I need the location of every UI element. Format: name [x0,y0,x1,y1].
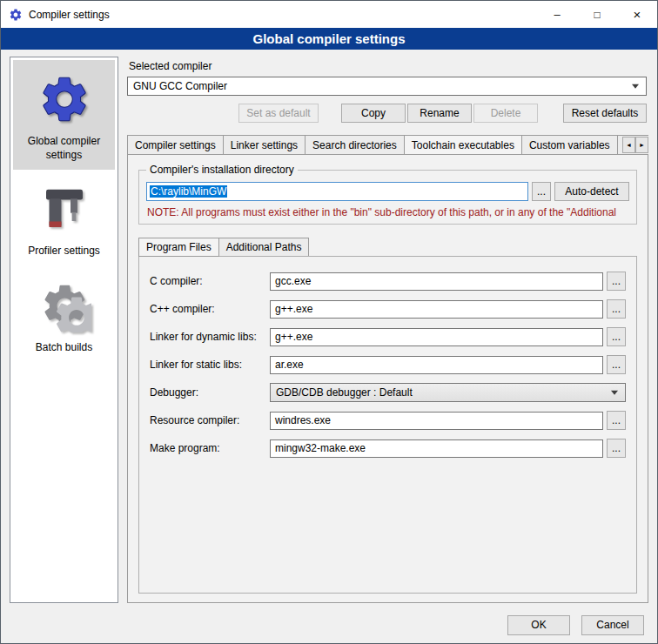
close-button[interactable]: × [617,1,657,28]
dialog-footer: OK Cancel [1,607,657,643]
subtab-program-files[interactable]: Program Files [138,238,219,257]
form-row-dynamic-linker: Linker for dynamic libs: g++.exe ... [150,327,626,346]
group-title: Compiler's installation directory [146,164,298,176]
browse-resource-compiler-button[interactable]: ... [607,411,626,430]
rename-button[interactable]: Rename [407,104,472,123]
tab-scroll-buttons: ◄ ► [622,137,648,153]
static-linker-input[interactable]: ar.exe [270,356,603,374]
compiler-settings-window: Compiler settings – □ × Global compiler … [0,0,658,644]
installation-directory-value: C:\raylib\MinGW [150,185,227,198]
delete-button[interactable]: Delete [473,104,538,123]
sidebar-item-label: Global compiler settings [15,135,113,162]
form-row-static-linker: Linker for static libs: ar.exe ... [150,355,626,374]
browse-c-compiler-button[interactable]: ... [607,272,626,291]
field-label: C++ compiler: [150,303,270,315]
sidebar-item-batch-builds[interactable]: Batch builds [13,266,115,363]
selected-compiler-value: GNU GCC Compiler [133,80,227,92]
settings-tabbar: Compiler settings Linker settings Search… [127,135,648,155]
field-label: Debugger: [150,386,270,399]
gear-icon [37,71,91,127]
c-compiler-input[interactable]: gcc.exe [270,272,603,291]
sidebar-item-label: Batch builds [36,341,92,355]
form-row-make-program: Make program: mingw32-make.exe ... [150,439,626,458]
executables-subtabs: Program Files Additional Paths [138,238,637,257]
tab-compiler-settings[interactable]: Compiler settings [127,135,224,155]
settings-sidebar: Global compiler settings Profiler settin… [10,57,118,603]
tab-linker-settings[interactable]: Linker settings [223,135,306,155]
field-label: Resource compiler: [150,414,270,426]
form-row-c-compiler: C compiler: gcc.exe ... [150,272,626,291]
installation-directory-input[interactable]: C:\raylib\MinGW [146,182,528,201]
selected-compiler-label: Selected compiler [129,60,648,72]
sidebar-item-profiler-settings[interactable]: Profiler settings [13,170,115,266]
field-label: Linker for static libs: [150,359,270,371]
window-title: Compiler settings [29,9,110,21]
gears-stack-icon [37,278,91,333]
tab-scroll-right-button[interactable]: ► [635,137,648,153]
auto-detect-button[interactable]: Auto-detect [554,182,629,201]
field-value: GDB/CDB debugger : Default [276,386,413,399]
tab-custom-variables[interactable]: Custom variables [521,135,618,155]
browse-make-program-button[interactable]: ... [607,439,626,458]
chevron-down-icon [611,391,618,395]
subtab-additional-paths[interactable]: Additional Paths [218,238,310,257]
copy-button[interactable]: Copy [341,104,406,123]
field-value: windres.exe [275,414,331,426]
app-icon [9,8,23,22]
form-row-cpp-compiler: C++ compiler: g++.exe ... [150,299,626,319]
tab-toolchain-executables[interactable]: Toolchain executables [404,135,522,155]
dialog-body: Global compiler settings Profiler settin… [1,50,657,607]
browse-static-linker-button[interactable]: ... [607,355,626,374]
field-value: gcc.exe [275,275,311,287]
selected-compiler-select[interactable]: GNU GCC Compiler [127,77,647,96]
browse-cpp-compiler-button[interactable]: ... [607,299,626,319]
profiler-tool-icon [40,181,89,237]
form-row-resource-compiler: Resource compiler: windres.exe ... [150,411,626,430]
compiler-action-buttons: Set as default Copy Rename Delete Reset … [127,104,648,123]
tab-scroll-left-button[interactable]: ◄ [622,137,635,153]
field-value: g++.exe [275,331,312,343]
dynamic-linker-input[interactable]: g++.exe [270,328,603,346]
sidebar-item-label: Profiler settings [28,245,100,258]
dialog-header: Global compiler settings [1,28,657,50]
field-value: mingw32-make.exe [275,442,366,454]
bin-subdirectory-note: NOTE: All programs must exist either in … [147,206,629,218]
resource-compiler-input[interactable]: windres.exe [270,412,603,430]
program-files-panel: C compiler: gcc.exe ... C++ compiler: g+… [138,256,637,594]
field-value: ar.exe [275,359,304,371]
tab-search-directories[interactable]: Search directories [305,135,405,155]
browse-dynamic-linker-button[interactable]: ... [607,327,626,346]
form-row-debugger: Debugger: GDB/CDB debugger : Default [150,383,626,402]
main-area: Selected compiler GNU GCC Compiler Set a… [127,57,648,603]
cancel-button[interactable]: Cancel [581,615,644,635]
debugger-select[interactable]: GDB/CDB debugger : Default [270,383,626,402]
installation-directory-row: C:\raylib\MinGW ... Auto-detect [146,182,629,201]
titlebar: Compiler settings – □ × [1,1,657,28]
cpp-compiler-input[interactable]: g++.exe [270,300,603,319]
browse-install-dir-button[interactable]: ... [532,182,551,201]
field-value: g++.exe [275,303,312,315]
chevron-down-icon [632,84,639,89]
field-label: Linker for dynamic libs: [150,331,270,343]
minimize-button[interactable]: – [537,1,577,28]
installation-directory-group: Compiler's installation directory C:\ray… [138,170,637,225]
reset-defaults-button[interactable]: Reset defaults [563,104,647,123]
field-label: C compiler: [150,275,270,287]
field-label: Make program: [150,442,270,454]
make-program-input[interactable]: mingw32-make.exe [270,439,603,458]
ok-button[interactable]: OK [507,615,570,635]
toolchain-executables-panel: Compiler's installation directory C:\ray… [127,154,648,603]
sidebar-item-global-compiler-settings[interactable]: Global compiler settings [13,60,115,170]
set-as-default-button[interactable]: Set as default [238,104,319,123]
window-controls: – □ × [537,1,657,28]
maximize-button[interactable]: □ [577,1,617,28]
